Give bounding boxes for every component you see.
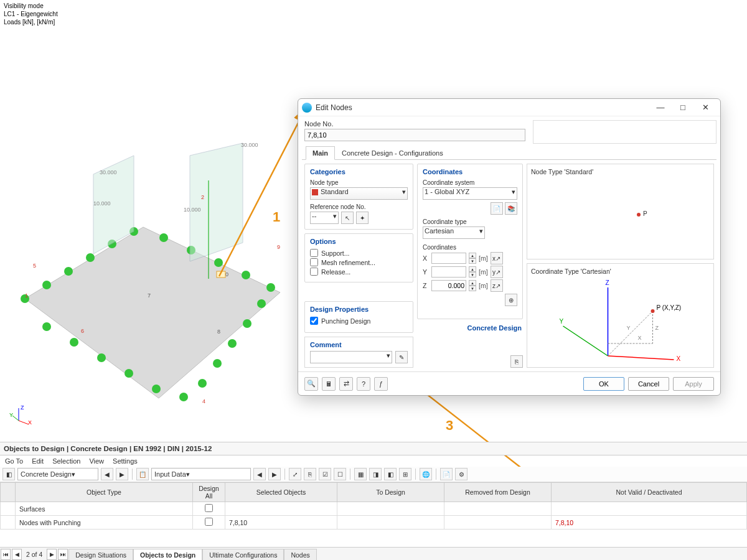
release-checkbox[interactable]: Release... bbox=[310, 268, 408, 276]
combo-design-module[interactable]: Concrete Design ▾ bbox=[17, 468, 98, 480]
tab-concrete-config[interactable]: Concrete Design - Configurations bbox=[335, 146, 450, 159]
col-design-all[interactable]: Design All bbox=[193, 483, 225, 502]
punching-design-checkbox[interactable]: Punching Design bbox=[310, 317, 408, 325]
tb-c-icon[interactable]: ☑ bbox=[319, 468, 331, 480]
tb-d-icon[interactable]: ☐ bbox=[334, 468, 346, 480]
dialog-titlebar[interactable]: Edit Nodes — □ ✕ bbox=[298, 99, 720, 116]
tab-main[interactable]: Main bbox=[306, 146, 335, 160]
minimize-button[interactable]: — bbox=[649, 100, 672, 115]
menu-selection[interactable]: Selection bbox=[52, 457, 80, 465]
footer-tool-script-icon[interactable]: ƒ bbox=[374, 377, 388, 391]
model-3d-view[interactable]: 1 2 4 5 6 7 8 9 10 30.000 30.000 10.000 … bbox=[3, 137, 289, 417]
svg-point-18 bbox=[152, 385, 161, 393]
svg-point-16 bbox=[198, 379, 207, 388]
tb-a-icon[interactable]: ⤢ bbox=[289, 468, 301, 480]
group-categories: Categories Node type Standard▾ Reference… bbox=[304, 164, 413, 230]
footer-tool-calc-icon[interactable]: 🖩 bbox=[322, 377, 336, 391]
tb-next-icon[interactable]: ▶ bbox=[116, 468, 128, 480]
btab-objects-to-design[interactable]: Objects to Design bbox=[133, 549, 202, 560]
node-type-select[interactable]: Standard▾ bbox=[310, 187, 408, 200]
svg-text:P (X,Y,Z): P (X,Y,Z) bbox=[657, 304, 682, 311]
tb-prev-icon[interactable]: ◀ bbox=[101, 468, 113, 480]
concrete-design-link[interactable]: Concrete Design bbox=[417, 323, 523, 332]
svg-text:30.000: 30.000 bbox=[100, 169, 117, 175]
footer-tool-help-icon[interactable]: ? bbox=[357, 377, 370, 391]
footer-tool-search-icon[interactable]: 🔍 bbox=[304, 377, 318, 391]
col-notvalid[interactable]: Not Valid / Deactivated bbox=[552, 483, 747, 502]
page-next-icon[interactable]: ▶ bbox=[47, 549, 57, 560]
tb-nav-next-icon[interactable]: ▶ bbox=[268, 468, 281, 480]
svg-text:8: 8 bbox=[217, 329, 220, 335]
coord-sys-lib-icon[interactable]: 📚 bbox=[505, 202, 517, 215]
node-no-input[interactable] bbox=[304, 129, 525, 141]
page-last-icon[interactable]: ⏭ bbox=[58, 549, 68, 560]
svg-text:1: 1 bbox=[25, 292, 28, 299]
coord-z-input[interactable] bbox=[431, 280, 466, 291]
coord-pick-all-icon[interactable]: ⊕ bbox=[505, 294, 517, 306]
svg-text:10.000: 10.000 bbox=[184, 207, 201, 213]
tb-j-icon[interactable]: 📄 bbox=[440, 468, 453, 480]
coord-y-pick-icon[interactable]: y↗ bbox=[491, 266, 503, 278]
coord-x-stepper[interactable]: ▲▼ bbox=[469, 253, 476, 264]
col-object-type[interactable]: Object Type bbox=[16, 483, 193, 502]
coord-x-pick-icon[interactable]: x↗ bbox=[491, 252, 503, 264]
menu-view[interactable]: View bbox=[89, 457, 104, 465]
menu-settings[interactable]: Settings bbox=[113, 457, 138, 465]
apply-button[interactable]: Apply bbox=[673, 377, 714, 391]
page-prev-icon[interactable]: ◀ bbox=[12, 549, 22, 560]
coord-type-select[interactable]: Cartesian▾ bbox=[423, 226, 485, 239]
ref-node-select[interactable]: --▾ bbox=[310, 212, 339, 224]
objects-grid[interactable]: Object Type Design All Selected Objects … bbox=[0, 482, 747, 547]
tb-h-icon[interactable]: ⊞ bbox=[399, 468, 411, 480]
svg-line-49 bbox=[608, 356, 674, 360]
coord-y-stepper[interactable]: ▲▼ bbox=[469, 266, 476, 278]
footer-tool-units-icon[interactable]: ⇄ bbox=[339, 377, 353, 391]
coord-z-stepper[interactable]: ▲▼ bbox=[469, 280, 476, 291]
tb-i-icon[interactable]: 🌐 bbox=[420, 468, 432, 480]
svg-line-42 bbox=[19, 421, 29, 424]
surfaces-design-all-checkbox[interactable] bbox=[205, 504, 213, 512]
tb-e-icon[interactable]: ▦ bbox=[354, 468, 367, 480]
grid-row-nodes-punching[interactable]: Nodes with Punching 7,8,10 7,8,10 bbox=[1, 516, 747, 530]
grid-row-surfaces[interactable]: Surfaces bbox=[1, 502, 747, 516]
tb-g-icon[interactable]: ◧ bbox=[384, 468, 397, 480]
coord-type-label: Coordinate type bbox=[423, 218, 517, 225]
page-first-icon[interactable]: ⏮ bbox=[1, 549, 11, 560]
combo-input-data[interactable]: Input Data ▾ bbox=[151, 468, 251, 480]
svg-text:5: 5 bbox=[33, 263, 36, 269]
tb-nav-prev-icon[interactable]: ◀ bbox=[253, 468, 266, 480]
col-selected[interactable]: Selected Objects bbox=[225, 483, 337, 502]
col-removed[interactable]: Removed from Design bbox=[444, 483, 552, 502]
close-button[interactable]: ✕ bbox=[694, 100, 716, 115]
coord-z-pick-icon[interactable]: z↗ bbox=[491, 279, 503, 292]
ref-node-pick-icon[interactable]: ↖ bbox=[341, 212, 354, 224]
col-todesign[interactable]: To Design bbox=[337, 483, 444, 502]
btab-nodes[interactable]: Nodes bbox=[284, 549, 316, 560]
nodes-design-all-checkbox[interactable] bbox=[205, 518, 213, 526]
cancel-button[interactable]: Cancel bbox=[628, 377, 669, 391]
comment-edit-icon[interactable]: ✎ bbox=[395, 351, 408, 363]
menu-edit[interactable]: Edit bbox=[32, 457, 44, 465]
ok-button[interactable]: OK bbox=[583, 377, 624, 391]
mesh-refinement-checkbox[interactable]: Mesh refinement... bbox=[310, 258, 408, 266]
menu-goto[interactable]: Go To bbox=[5, 457, 23, 465]
coord-sys-new-icon[interactable]: 📄 bbox=[491, 202, 503, 215]
svg-text:X: X bbox=[638, 335, 642, 341]
svg-point-22 bbox=[42, 322, 51, 331]
tb-k-icon[interactable]: ⚙ bbox=[455, 468, 467, 480]
tb-f-icon[interactable]: ◨ bbox=[369, 468, 382, 480]
comment-extra-icon[interactable]: ⎘ bbox=[510, 355, 523, 368]
maximize-button[interactable]: □ bbox=[672, 100, 694, 115]
svg-point-10 bbox=[242, 271, 250, 279]
support-checkbox[interactable]: Support... bbox=[310, 249, 408, 257]
comment-select[interactable]: ▾ bbox=[310, 351, 392, 363]
tb-icon-1[interactable]: ◧ bbox=[2, 468, 15, 480]
tb-input-icon[interactable]: 📋 bbox=[136, 468, 149, 480]
coord-y-input[interactable] bbox=[431, 266, 466, 278]
btab-ultimate-config[interactable]: Ultimate Configurations bbox=[202, 549, 284, 560]
ref-node-new-icon[interactable]: ✦ bbox=[356, 212, 369, 224]
tb-b-icon[interactable]: ⎘ bbox=[304, 468, 316, 480]
btab-design-situations[interactable]: Design Situations bbox=[68, 549, 133, 560]
coord-x-input[interactable] bbox=[431, 253, 466, 264]
coord-system-select[interactable]: 1 - Global XYZ▾ bbox=[423, 187, 517, 200]
